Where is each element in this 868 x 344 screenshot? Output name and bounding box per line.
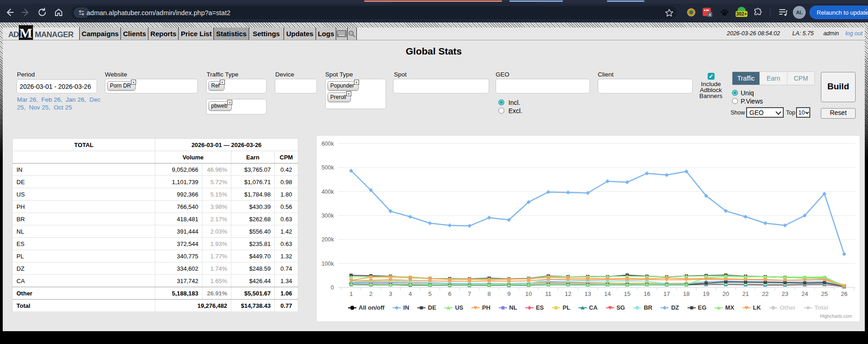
svg-text:26: 26 <box>841 290 847 297</box>
svg-text:14: 14 <box>604 290 611 297</box>
svg-text:300k: 300k <box>322 213 334 219</box>
svg-text:7: 7 <box>468 290 471 297</box>
svg-text:13: 13 <box>584 290 591 297</box>
svg-text:23: 23 <box>782 290 788 297</box>
svg-text:10: 10 <box>525 290 532 297</box>
svg-text:8: 8 <box>487 290 491 297</box>
svg-text:15: 15 <box>624 290 630 297</box>
svg-text:0: 0 <box>331 284 334 291</box>
svg-text:100k: 100k <box>322 261 334 267</box>
svg-text:2: 2 <box>369 290 372 297</box>
svg-text:1: 1 <box>349 290 353 297</box>
svg-text:17: 17 <box>663 290 670 297</box>
svg-text:16: 16 <box>644 290 650 297</box>
svg-text:9: 9 <box>507 290 510 297</box>
svg-text:11: 11 <box>545 290 551 297</box>
svg-text:302+: 302+ <box>736 11 747 16</box>
svg-text:19: 19 <box>703 290 709 297</box>
svg-text:25: 25 <box>821 290 828 297</box>
svg-text:6: 6 <box>448 290 451 297</box>
svg-text:20: 20 <box>722 290 729 297</box>
svg-text:600k: 600k <box>322 141 334 147</box>
svg-text:18: 18 <box>683 290 689 297</box>
svg-text:500k: 500k <box>322 164 334 171</box>
svg-text:5: 5 <box>428 290 431 297</box>
svg-text:21: 21 <box>742 290 748 297</box>
svg-text:4: 4 <box>409 290 412 297</box>
svg-text:4: 4 <box>709 12 711 17</box>
svg-text:3: 3 <box>389 290 392 297</box>
svg-text:12: 12 <box>565 290 571 297</box>
svg-text:24: 24 <box>802 290 808 297</box>
svg-text:200k: 200k <box>322 236 334 243</box>
svg-text:22: 22 <box>762 290 769 297</box>
svg-text:400k: 400k <box>322 189 334 195</box>
